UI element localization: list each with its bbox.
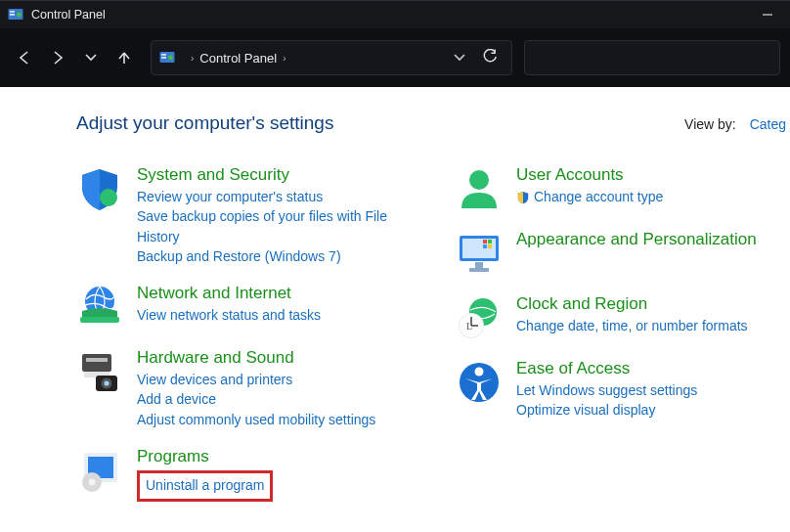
address-history-dropdown[interactable] [442,52,477,64]
view-by-label: View by: [684,116,736,132]
globe-icon [76,284,123,331]
category-link[interactable]: Add a device [137,389,424,409]
category-link[interactable]: View devices and printers [137,370,424,389]
svg-point-3 [17,13,22,18]
category-hardware-sound: Hardware and Sound View devices and prin… [76,348,424,429]
svg-rect-25 [475,262,483,268]
recent-locations-button[interactable] [76,43,106,72]
svg-rect-26 [469,268,489,272]
svg-rect-13 [86,358,108,362]
category-title[interactable]: System and Security [137,165,424,185]
category-link[interactable]: Change account type [516,187,663,206]
category-title[interactable]: Ease of Access [516,359,774,378]
category-title[interactable]: Programs [137,447,424,466]
shield-icon [76,165,123,212]
category-link[interactable]: Save backup copies of your files with Fi… [137,206,424,246]
back-button[interactable] [10,43,39,72]
address-bar[interactable]: › Control Panel › [151,40,512,75]
svg-rect-12 [82,354,111,372]
title-bar: Control Panel [0,0,790,28]
view-by-row: View by: Categ [684,116,786,132]
navigation-toolbar: › Control Panel › [0,28,790,87]
control-panel-icon [159,50,175,66]
category-title[interactable]: Network and Internet [137,284,424,303]
category-appearance: Appearance and Personalization [456,230,774,277]
svg-point-17 [105,381,110,386]
category-link[interactable]: Let Windows suggest settings [516,380,774,400]
category-link[interactable]: Optimize visual display [516,400,774,420]
content-header: Adjust your computer's settings View by:… [76,112,786,134]
window-title: Control Panel [31,8,106,22]
control-panel-icon [8,7,23,22]
page-title: Adjust your computer's settings [76,112,333,134]
category-link[interactable]: Adjust commonly used mobility settings [137,410,424,429]
highlighted-link-box: Uninstall a program [137,470,273,502]
svg-rect-7 [161,57,166,59]
clock-globe-icon: L [456,294,503,341]
search-input[interactable] [524,40,780,75]
svg-point-38 [475,368,484,377]
svg-rect-6 [161,54,166,56]
svg-rect-11 [80,317,119,323]
svg-rect-1 [10,11,15,13]
category-clock-region: L Clock and Region Change date, time, or… [456,294,774,341]
svg-rect-28 [488,240,492,244]
category-link[interactable]: Change date, time, or number formats [516,316,774,335]
accessibility-icon [456,359,503,406]
svg-point-9 [100,189,117,206]
window-minimize-button[interactable] [751,4,784,25]
view-by-dropdown[interactable]: Categ [740,116,786,132]
category-network-internet: Network and Internet View network status… [76,284,424,331]
programs-icon [76,447,123,494]
category-link[interactable]: View network status and tasks [137,305,424,325]
category-programs: Programs Uninstall a program [76,447,424,502]
chevron-right-icon: › [185,53,199,64]
refresh-button[interactable] [477,49,504,66]
content-area: Adjust your computer's settings View by:… [0,87,790,532]
up-button[interactable] [110,43,139,72]
svg-rect-2 [10,14,15,16]
printer-camera-icon [76,348,123,395]
category-user-accounts: User Accounts Change account type [456,165,774,212]
chevron-right-icon: › [277,53,291,64]
svg-rect-27 [483,240,487,244]
breadcrumb-crumb[interactable]: Control Panel [199,51,277,66]
svg-point-22 [469,170,489,190]
category-link[interactable]: Backup and Restore (Windows 7) [137,246,424,266]
svg-point-8 [168,56,173,61]
uac-shield-icon [516,190,530,203]
category-title[interactable]: User Accounts [516,165,774,185]
category-link-text: Change account type [534,187,663,206]
monitor-icon [456,230,503,277]
user-icon [456,165,503,212]
category-link[interactable]: Review your computer's status [137,187,424,206]
category-title[interactable]: Appearance and Personalization [516,230,774,249]
forward-button[interactable] [43,43,72,72]
svg-rect-30 [488,244,492,248]
uninstall-program-link[interactable]: Uninstall a program [146,475,264,495]
category-system-security: System and Security Review your computer… [76,165,424,266]
category-title[interactable]: Clock and Region [516,294,774,314]
category-title[interactable]: Hardware and Sound [137,348,424,368]
svg-rect-29 [483,244,487,248]
svg-point-21 [89,479,96,486]
category-ease-of-access: Ease of Access Let Windows suggest setti… [456,359,774,421]
